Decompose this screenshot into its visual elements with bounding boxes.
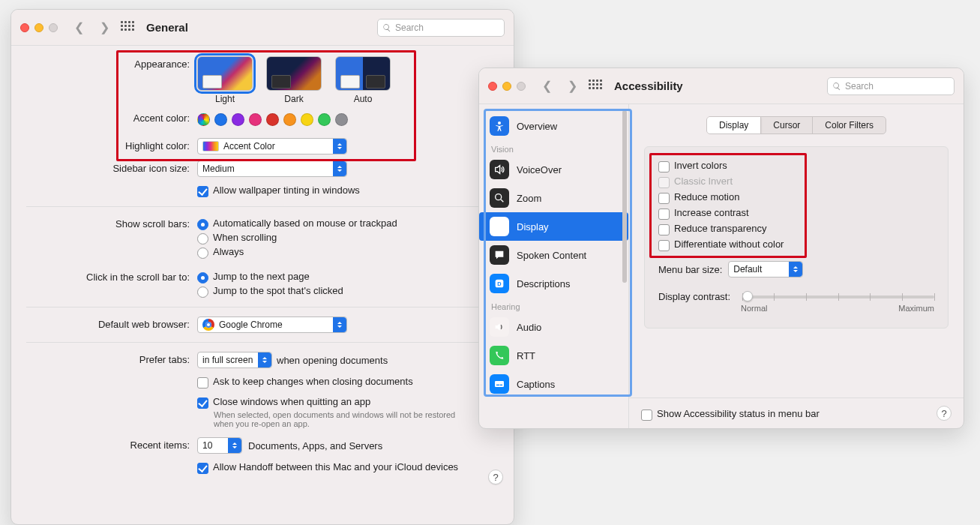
accent-gray[interactable] [335, 113, 348, 126]
checkbox-icon [658, 224, 670, 236]
ask-changes-checkbox[interactable]: Ask to keep changes when closing documen… [197, 374, 499, 388]
titlebar: ❮ ❯ General Search [11, 10, 514, 46]
zoom-icon[interactable] [517, 82, 526, 91]
click-spot-radio[interactable]: Jump to the spot that's clicked [197, 284, 499, 298]
scroll-always-radio[interactable]: Always [197, 244, 499, 259]
sidebar-item-descriptions[interactable]: D Descriptions [479, 269, 628, 298]
reduce-motion-checkbox[interactable]: Reduce motion [658, 189, 934, 205]
person-icon [490, 116, 509, 136]
close-icon[interactable] [488, 82, 497, 91]
accent-pink[interactable] [249, 113, 262, 126]
checkbox-icon [197, 377, 208, 388]
svg-rect-7 [496, 385, 499, 386]
reduce-transparency-checkbox[interactable]: Reduce transparency [658, 220, 934, 236]
sidebar-icon-size-select[interactable]: Medium [197, 160, 347, 177]
default-browser-label: Default web browser: [11, 316, 197, 330]
appearance-dark[interactable]: Dark [266, 56, 322, 104]
sidebar-item-overview[interactable]: Overview [479, 112, 628, 140]
appearance-options: Light Dark Auto [197, 56, 499, 104]
window-title: General [146, 21, 188, 34]
help-button[interactable]: ? [937, 406, 952, 421]
highlight-color-select[interactable]: Accent Color [197, 138, 347, 154]
speech-bubble-icon [490, 245, 509, 265]
recent-items-select[interactable]: 10 [197, 437, 242, 454]
appearance-light[interactable]: Light [197, 56, 253, 104]
sidebar-item-rtt[interactable]: RTT [479, 341, 628, 370]
sidebar-icon-size-label: Sidebar icon size: [11, 160, 197, 174]
tab-color-filters[interactable]: Color Filters [813, 117, 886, 134]
accent-green[interactable] [318, 113, 331, 126]
search-input[interactable]: Search [827, 77, 955, 95]
contrast-min-label: Normal [741, 304, 767, 313]
accent-red[interactable] [266, 113, 279, 126]
invert-colors-checkbox[interactable]: Invert colors [658, 158, 934, 173]
recent-items-label: Recent items: [11, 437, 197, 451]
accent-multicolor[interactable] [197, 113, 210, 126]
help-button[interactable]: ? [488, 470, 503, 484]
display-contrast-slider[interactable] [742, 296, 934, 298]
prefer-tabs-select[interactable]: in full screen [197, 352, 272, 368]
menu-bar-size-label: Menu bar size: [658, 264, 722, 275]
grid-icon[interactable] [121, 21, 134, 34]
grid-icon[interactable] [589, 80, 602, 93]
scrollbar[interactable] [622, 110, 627, 283]
accent-orange[interactable] [283, 113, 296, 126]
tab-cursor[interactable]: Cursor [761, 117, 813, 134]
search-placeholder: Search [845, 81, 874, 92]
svg-rect-2 [495, 223, 504, 229]
show-status-checkbox[interactable]: Show Accessibility status in menu bar [641, 406, 820, 421]
sidebar-item-spoken-content[interactable]: Spoken Content [479, 241, 628, 269]
accessibility-panel: Display Cursor Color Filters Invert colo… [629, 104, 964, 398]
zoom-icon [490, 188, 509, 208]
sidebar-item-zoom[interactable]: Zoom [479, 184, 628, 212]
svg-rect-8 [500, 385, 502, 386]
color-swatch-icon [202, 141, 219, 152]
close-windows-checkbox[interactable]: Close windows when quitting an app [197, 394, 499, 409]
radio-icon [197, 219, 208, 230]
increase-contrast-checkbox[interactable]: Increase contrast [658, 205, 934, 220]
scroll-scrolling-radio[interactable]: When scrolling [197, 230, 499, 244]
search-input[interactable]: Search [377, 19, 505, 37]
accessibility-body: Overview Vision VoiceOver Zoom Display S… [479, 104, 964, 428]
general-body: Appearance: Light Dark Auto [11, 46, 514, 492]
menu-bar-size-select[interactable]: Default [728, 261, 803, 278]
radio-icon [197, 248, 208, 259]
checkbox-icon [197, 186, 208, 197]
sidebar-item-display[interactable]: Display [479, 212, 628, 241]
sidebar-item-voiceover[interactable]: VoiceOver [479, 155, 628, 184]
display-options-card: Invert colors Classic Invert Reduce moti… [644, 146, 949, 328]
accent-blue[interactable] [214, 113, 227, 126]
general-window: ❮ ❯ General Search Appearance: Light [10, 9, 514, 525]
minimize-icon[interactable] [502, 82, 511, 91]
accent-yellow[interactable] [301, 113, 313, 126]
click-page-radio[interactable]: Jump to the next page [197, 269, 499, 284]
back-button[interactable]: ❮ [70, 19, 88, 37]
checkbox-icon [658, 208, 670, 220]
minimize-icon[interactable] [34, 23, 43, 32]
checkbox-icon [197, 398, 208, 409]
tab-display[interactable]: Display [707, 117, 761, 134]
zoom-icon[interactable] [49, 23, 58, 32]
wallpaper-tint-checkbox[interactable]: Allow wallpaper tinting in windows [197, 183, 499, 197]
close-icon[interactable] [20, 23, 29, 32]
captions-icon [490, 374, 509, 394]
scroll-auto-radio[interactable]: Automatically based on mouse or trackpad [197, 216, 499, 230]
back-button[interactable]: ❮ [538, 77, 556, 95]
svg-text:D: D [497, 280, 501, 287]
traffic-lights [20, 23, 58, 32]
forward-button[interactable]: ❯ [563, 77, 581, 95]
appearance-auto[interactable]: Auto [335, 56, 391, 104]
default-browser-select[interactable]: Google Chrome [197, 316, 347, 333]
appearance-label: Appearance: [11, 56, 197, 70]
svg-point-0 [498, 122, 501, 124]
accent-purple[interactable] [232, 113, 244, 126]
handoff-checkbox[interactable]: Allow Handoff between this Mac and your … [197, 460, 499, 474]
sidebar-item-captions[interactable]: Captions [479, 370, 628, 398]
display-contrast-label: Display contrast: [658, 291, 736, 302]
recent-items-suffix: Documents, Apps, and Servers [248, 440, 382, 452]
window-title: Accessibility [614, 80, 683, 92]
checkbox-icon [658, 161, 670, 172]
sidebar-item-audio[interactable]: Audio [479, 313, 628, 341]
forward-button[interactable]: ❯ [95, 19, 113, 37]
differentiate-color-checkbox[interactable]: Differentiate without color [658, 236, 934, 252]
